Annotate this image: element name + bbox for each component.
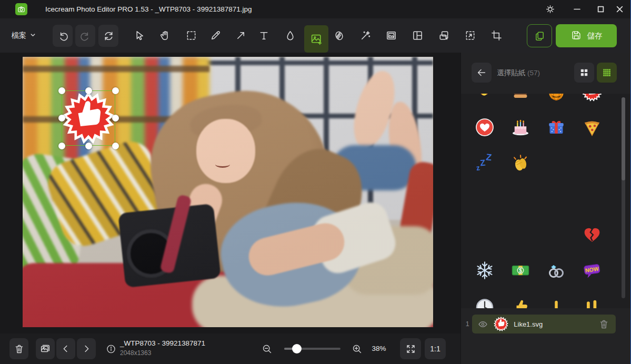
canvas-area[interactable]: _WTP8703 - 39921387871 2048x1363 38% 1:1 — [0, 53, 460, 364]
sticker-gift[interactable] — [538, 109, 574, 145]
sticker-zany-face[interactable] — [538, 145, 574, 181]
actual-size-button[interactable]: 1:1 — [425, 338, 446, 359]
collage-tool[interactable] — [408, 18, 426, 53]
sticker-money[interactable]: $ — [503, 252, 538, 288]
sticker-row — [467, 181, 610, 217]
sticker-heart-eyes-face[interactable] — [574, 145, 610, 181]
sticker-clock[interactable] — [467, 288, 503, 308]
marquee-select-tool[interactable] — [182, 18, 200, 53]
pointer-tool[interactable] — [130, 18, 148, 53]
undo-button[interactable] — [53, 25, 73, 47]
sticker-zzz[interactable]: zZZ — [467, 145, 503, 181]
zoom-slider[interactable] — [284, 348, 340, 350]
sticker-two-hands[interactable] — [574, 288, 610, 308]
blur-drop-tool[interactable] — [281, 18, 299, 53]
pencil-tool[interactable] — [206, 18, 224, 53]
sticker-snowflake[interactable] — [467, 252, 503, 288]
scrollbar[interactable] — [622, 97, 625, 298]
sticker-thumb-hand[interactable] — [503, 288, 538, 308]
sticker-tongue-face[interactable] — [467, 181, 503, 217]
frame-tool[interactable] — [382, 18, 400, 53]
layer-delete-trash-icon[interactable] — [598, 319, 609, 330]
info-icon[interactable] — [106, 343, 116, 354]
hand-tool[interactable] — [156, 18, 174, 53]
save-button[interactable]: 儲存 — [556, 24, 617, 47]
layer-row[interactable]: Like1.svg — [472, 315, 616, 333]
sticker-scroll-area[interactable]: zZZ$NOW — [461, 94, 631, 308]
sticker-grin-face[interactable] — [574, 181, 610, 217]
resize-handle-ne[interactable] — [112, 87, 119, 94]
image-dimensions: 2048x1363 — [120, 349, 151, 357]
sticker-cake[interactable] — [503, 109, 538, 145]
sticker-heart-circle[interactable] — [467, 109, 503, 145]
text-tool[interactable] — [255, 18, 273, 53]
titlebar: Icecream Photo Editor PRO 1.53 - _WTP870… — [0, 0, 630, 18]
sticker-broken-heart[interactable] — [574, 217, 610, 252]
close-button[interactable] — [610, 0, 628, 18]
sticker-tool-active[interactable] — [304, 25, 328, 53]
resize-handle-sw[interactable] — [58, 143, 65, 149]
next-image-button[interactable] — [77, 338, 96, 359]
scrollbar-thumb[interactable] — [622, 97, 625, 180]
resize-handle-nw[interactable] — [58, 87, 65, 94]
maximize-button[interactable] — [592, 0, 609, 18]
zoom-percentage: 38% — [368, 339, 389, 358]
sticker-now-badge[interactable]: NOW — [574, 252, 610, 288]
sticker-panel-header: 選擇貼紙 (57) — [461, 53, 630, 94]
back-button[interactable] — [472, 63, 492, 83]
svg-text:z: z — [476, 164, 480, 172]
previous-image-button[interactable] — [56, 338, 75, 359]
tone-tool[interactable] — [330, 18, 348, 53]
reset-button[interactable] — [98, 25, 118, 47]
sticker-badge-like[interactable] — [574, 94, 610, 109]
zoom-in-icon[interactable] — [352, 343, 363, 356]
file-menu-label: 檔案 — [12, 31, 26, 41]
sticker-clap[interactable] — [503, 145, 538, 181]
sticker-fire[interactable] — [467, 94, 503, 109]
fit-screen-button[interactable] — [400, 338, 421, 359]
sticker-rings[interactable] — [538, 252, 574, 288]
sticker-smile-face[interactable] — [538, 217, 574, 252]
minimize-button[interactable] — [568, 0, 586, 18]
sticker-kiss-face[interactable] — [538, 181, 574, 217]
sticker-pizza[interactable] — [574, 109, 610, 145]
resize-handle-s[interactable] — [85, 143, 92, 149]
sticker-panel: 選擇貼紙 (57) zZZ$NOW 1 Like1.svg — [460, 53, 630, 364]
toolbar: 檔案 儲存 — [0, 18, 630, 53]
sticker-burger[interactable] — [503, 94, 538, 109]
sticker-wink-face[interactable] — [467, 217, 503, 252]
resize-handle-e[interactable] — [112, 115, 119, 122]
sticker-pumpkin[interactable] — [538, 94, 574, 109]
canvas-sticker-like[interactable] — [62, 92, 115, 144]
rotate-tool[interactable] — [435, 18, 453, 53]
sticker-row: zZZ — [467, 145, 610, 181]
layer-visibility-eye-icon[interactable] — [477, 319, 488, 330]
resize-handle-w[interactable] — [58, 115, 65, 122]
gallery-button[interactable] — [36, 338, 55, 359]
layer-filename: Like1.svg — [514, 320, 598, 328]
crop-tool[interactable] — [487, 18, 505, 53]
resize-handle-se[interactable] — [112, 143, 119, 149]
zoom-slider-knob[interactable] — [292, 344, 302, 353]
resize-handle-n[interactable] — [85, 87, 92, 94]
grid-large-view-button[interactable] — [574, 63, 594, 83]
app-window: Icecream Photo Editor PRO 1.53 - _WTP870… — [0, 0, 631, 364]
grid-small-view-button[interactable] — [597, 63, 617, 83]
settings-gear-icon[interactable] — [541, 0, 559, 18]
file-menu-button[interactable]: 檔案 — [12, 18, 36, 53]
sticker-blush-face[interactable] — [503, 181, 538, 217]
delete-image-button[interactable] — [9, 338, 28, 359]
magic-wand-tool[interactable] — [356, 18, 374, 53]
zoom-out-icon[interactable] — [262, 343, 273, 356]
sticker-row — [467, 94, 610, 109]
duplicate-button[interactable] — [527, 24, 552, 47]
chevron-down-icon — [30, 32, 36, 39]
redo-button[interactable] — [75, 25, 95, 47]
layer-index: 1 — [464, 315, 470, 333]
photo-canvas[interactable] — [23, 57, 433, 327]
sticker-joy-face[interactable] — [503, 217, 538, 252]
resize-tool[interactable] — [461, 18, 479, 53]
sticker-point-hand[interactable] — [538, 288, 574, 308]
sticker-count: (57) — [527, 69, 540, 77]
arrow-tool[interactable] — [232, 18, 249, 53]
